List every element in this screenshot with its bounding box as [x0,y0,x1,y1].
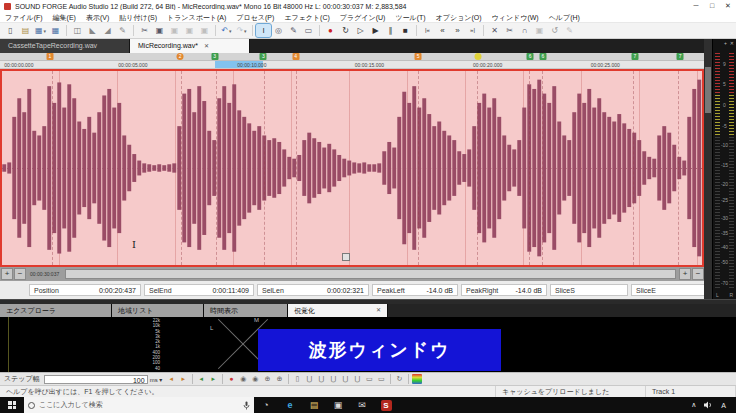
copy-button[interactable]: ▣ [152,24,167,37]
tab-close-icon[interactable]: ✕ [204,39,209,53]
pencil-tool-button[interactable]: ✎ [286,24,301,37]
step-button[interactable]: ▭ [376,374,386,384]
properties-button[interactable]: ◫ [70,24,85,37]
play-all-button[interactable]: ▷ [353,24,368,37]
waveform-handle[interactable] [342,253,350,261]
step-button[interactable]: ◂ [196,374,206,384]
status-field-sellen[interactable]: SelLen0:00:02:321 [257,284,369,296]
bottom-tab-1[interactable]: 地域リスト [112,304,204,317]
microphone-icon[interactable] [243,401,250,410]
taskbar-search[interactable]: ここに入力して検索 [24,397,254,413]
clipboard-button[interactable]: ▣ [532,24,547,37]
menu-item-1[interactable]: 編集(E) [48,12,81,23]
step-button[interactable]: ▭ [364,374,374,384]
tray-chevron-icon[interactable]: ∧ [691,401,696,409]
pause-button[interactable]: ∥ [383,24,398,37]
marker-flag-3[interactable]: 3 [260,53,267,60]
step-button[interactable]: ◉ [250,374,260,384]
rewind-button[interactable]: « [435,24,450,37]
waveform-display[interactable]: I [0,69,704,267]
trim-crop-button[interactable]: ✂ [502,24,517,37]
step-button[interactable]: ⋃ [304,374,314,384]
undo-all-button[interactable]: ↺ [547,24,562,37]
stop-button[interactable]: ■ [398,24,413,37]
mix-button[interactable]: ▣ [182,24,197,37]
zoom-in-button-right[interactable]: + [679,268,691,280]
step-button[interactable]: ⋃ [340,374,350,384]
ime-indicator[interactable]: A [721,402,726,409]
status-field-selend[interactable]: SelEnd0:00:11:409 [144,284,254,296]
edit-tool-button[interactable]: I [256,24,271,37]
document-tab-0[interactable]: CassetteTapeRecording.wav [0,39,130,53]
marker-flag-playhead[interactable] [475,53,482,60]
auto-snap-button[interactable]: ✎ [562,24,577,37]
marker-strip[interactable]: 1233456677 [0,53,704,61]
marker-flag-6[interactable]: 6 [539,53,546,60]
step-button[interactable]: ● [226,374,236,384]
step-button[interactable]: ⋃ [328,374,338,384]
step-button[interactable]: ▯ [292,374,302,384]
menu-item-6[interactable]: エフェクト(C) [279,12,335,23]
go-to-start-button[interactable]: |« [420,24,435,37]
zoom-out-button-right[interactable]: − [692,268,704,280]
new-file-button[interactable]: ▯ [3,24,18,37]
step-button[interactable]: ⊕ [262,374,272,384]
marker-flag-2[interactable]: 2 [177,53,184,60]
step-button[interactable]: ◉ [238,374,248,384]
save-all-button[interactable]: ▦ [48,24,63,37]
tab-close-icon[interactable]: ✕ [376,304,381,317]
menu-item-10[interactable]: ウィンドウ(W) [487,12,544,23]
menu-item-5[interactable]: プロセス(P) [231,12,279,23]
step-button[interactable]: ▸ [178,374,188,384]
speaker-icon[interactable] [704,401,713,409]
menu-item-11[interactable]: ヘルプ(H) [544,12,585,23]
step-button[interactable]: ⋃ [352,374,362,384]
menu-item-7[interactable]: プラグイン(U) [335,12,391,23]
step-unit-dropdown[interactable]: ms ▾ [150,376,163,383]
vertical-scrollbar-thumb[interactable] [705,67,711,113]
taskbar-icon-file-explorer[interactable]: ▤ [302,397,326,413]
redo-button[interactable]: ↷▾ [234,24,249,37]
cut-button[interactable]: ✂ [137,24,152,37]
taskbar-icon-mail[interactable]: ✉ [350,397,374,413]
undo-button[interactable]: ↶▾ [219,24,234,37]
status-field-slicee[interactable]: SliceE [631,284,709,296]
maximize-button[interactable]: □ [704,0,720,12]
fade-in-button[interactable]: ◣ [85,24,100,37]
menu-item-4[interactable]: トランスポート(A) [162,12,231,23]
record-button[interactable]: ● [323,24,338,37]
loop-playback-button[interactable]: ↻ [338,24,353,37]
bottom-tab-2[interactable]: 時間表示 [204,304,288,317]
paste-button[interactable]: ▣ [167,24,182,37]
insert-marker-button[interactable]: ∩ [517,24,532,37]
zoom-in-button[interactable]: + [1,268,13,280]
marker-flag-3[interactable]: 3 [211,53,218,60]
menu-item-2[interactable]: 表示(V) [81,12,114,23]
envelope-tool-button[interactable]: ▭ [301,24,316,37]
scrollbar-thumb[interactable] [65,269,676,279]
save-file-button[interactable]: ▦▾ [33,24,48,37]
meter-add-button[interactable]: + [724,39,727,47]
step-button[interactable] [412,374,422,384]
horizontal-scrollbar[interactable]: + − 00:00:30:037 + − [0,267,704,281]
marker-flag-7[interactable]: 7 [632,53,639,60]
status-field-peakleft[interactable]: PeakLeft-14.0 dB [372,284,458,296]
taskbar-icon-store[interactable]: ▣ [326,397,350,413]
time-ruler[interactable]: 00:00:00.00000:00:05.00000:00:10.00000:0… [0,61,704,69]
play-button[interactable]: ▶ [368,24,383,37]
bottom-tab-0[interactable]: エクスプローラ [0,304,112,317]
marker-flag-4[interactable]: 4 [292,53,299,60]
marker-flag-6[interactable]: 6 [527,53,534,60]
menu-item-3[interactable]: 貼り付け(S) [114,12,162,23]
meter-close-button[interactable]: ✕ [730,39,734,47]
forward-button[interactable]: » [450,24,465,37]
normalize-button[interactable]: ✎ [115,24,130,37]
document-tab-1[interactable]: MicRecording.wav*✕ [130,39,250,53]
close-button[interactable]: ✕ [720,0,736,12]
marker-flag-7[interactable]: 7 [677,53,684,60]
taskbar-icon-sound-forge[interactable]: S [374,397,398,413]
step-button[interactable]: ▸ [208,374,218,384]
step-button[interactable]: ↻ [394,374,404,384]
marker-flag-5[interactable]: 5 [415,53,422,60]
step-width-input[interactable]: 100 [44,375,148,384]
